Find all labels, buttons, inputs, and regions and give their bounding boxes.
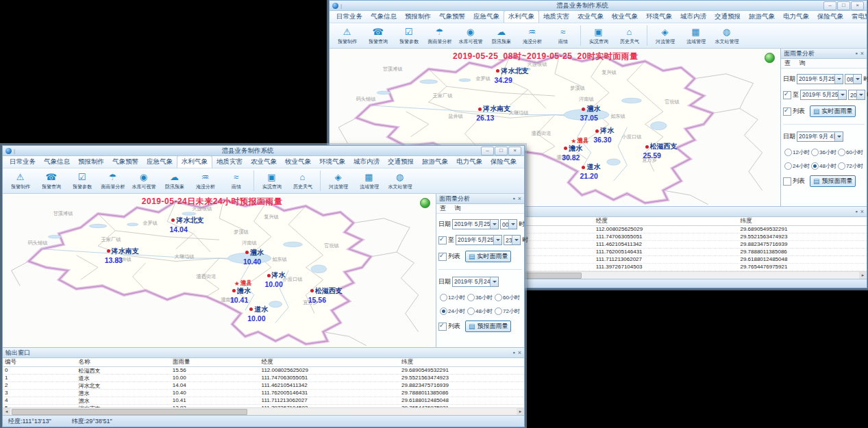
menu-tab-环境气象[interactable]: 环境气象 <box>315 156 349 168</box>
column-header[interactable]: 经度 <box>594 217 739 225</box>
menu-tab-水利气象[interactable]: 水利气象 <box>177 156 212 168</box>
forecast-rainfall-button[interactable]: ▤预报面雨量 <box>465 320 511 332</box>
live-date-select[interactable]: 2019年 5月25日 <box>452 219 499 229</box>
forecast-list-checkbox[interactable] <box>783 177 791 186</box>
table-row[interactable]: 4澹水10.41111.71121306202729.6188012485048 <box>3 397 524 405</box>
toolbar-button[interactable]: ◍水文站管理 <box>711 26 742 45</box>
to-checkbox[interactable] <box>783 91 791 99</box>
column-header[interactable]: 纬度 <box>399 358 524 366</box>
menu-tab-地质灾害[interactable]: 地质灾害 <box>212 156 247 168</box>
menu-tab-牧业气象[interactable]: 牧业气象 <box>608 11 642 23</box>
scroll-right-icon[interactable]: ▸ <box>517 408 524 415</box>
list-checkbox[interactable] <box>438 253 447 261</box>
toolbar-button[interactable]: ☎预警查询 <box>36 171 66 190</box>
menu-tab-电力气象[interactable]: 电力气象 <box>779 11 813 23</box>
menu-tab-预报制作[interactable]: 预报制作 <box>401 11 435 23</box>
toolbar-button[interactable]: ☑预警参数 <box>66 171 97 190</box>
close-button[interactable]: × <box>508 147 521 155</box>
scroll-left-icon[interactable]: ◂ <box>3 408 10 415</box>
toolbar-button[interactable]: ◉水库可视管 <box>455 26 486 45</box>
duration-radio-12小时[interactable]: 12小时 <box>784 149 811 156</box>
toolbar-button[interactable]: ☁防汛预案 <box>159 171 190 190</box>
menu-tab-预报制作[interactable]: 预报制作 <box>74 156 108 168</box>
menu-tab-农业气象[interactable]: 农业气象 <box>247 156 281 168</box>
forecast-list-checkbox[interactable] <box>438 323 447 331</box>
minimize-button[interactable]: – <box>481 147 494 155</box>
duration-radio-48小时[interactable]: 48小时 <box>811 162 838 170</box>
toolbar-button[interactable]: ☑预警参数 <box>393 26 424 45</box>
duration-radio-48小时[interactable]: 48小时 <box>467 307 495 315</box>
toolbar-button[interactable]: ⌂历史天气 <box>614 26 645 45</box>
live-rainfall-button[interactable]: ▤实时面雨量 <box>465 251 511 262</box>
table-row[interactable]: 1道水10.00111.74706305505129.5521563474923 <box>3 375 524 382</box>
toolbar-button[interactable]: ◈河流管理 <box>323 171 354 190</box>
horizontal-scrollbar[interactable]: ◂ ▸ <box>3 407 524 415</box>
toolbar-button[interactable]: ⌂历史天气 <box>287 171 318 190</box>
duration-radio-36小时[interactable]: 36小时 <box>467 294 495 301</box>
duration-radio-72小时[interactable]: 72小时 <box>495 307 522 315</box>
map-view[interactable]: 2019-05-24日未来24小时预报面雨量 甘溪滩镇码头铺镇王家厂镇金罗镇火连… <box>3 194 436 347</box>
menu-tab-旅游气象[interactable]: 旅游气象 <box>418 156 452 168</box>
menu-tab-环境气象[interactable]: 环境气象 <box>642 11 676 23</box>
toolbar-button[interactable]: ☂面雨量分析 <box>424 26 455 45</box>
menu-tab-应急气象[interactable]: 应急气象 <box>469 11 504 23</box>
duration-radio-12小时[interactable]: 12小时 <box>440 294 467 301</box>
menu-tab-气象信息[interactable]: 气象信息 <box>40 156 74 168</box>
forecast-rainfall-button[interactable]: ▤预报面雨量 <box>810 175 856 187</box>
scroll-right-icon[interactable]: ▸ <box>859 272 867 279</box>
live-from-hour-select[interactable]: 08 <box>845 74 862 84</box>
live-date-select[interactable]: 2019年 5月25日 <box>797 74 843 84</box>
toolbar-button[interactable]: ♒淹没分析 <box>190 171 221 190</box>
toolbar-button[interactable]: ☁防汛预案 <box>486 26 517 45</box>
menu-tab-雷电预报[interactable]: 雷电预报 <box>521 156 524 168</box>
toolbar-button[interactable]: ◉水库可视管 <box>128 171 159 190</box>
panel-close-icon[interactable]: × <box>860 208 864 215</box>
column-header[interactable]: 纬度 <box>738 217 867 225</box>
pin-icon[interactable]: ▪ <box>856 50 858 57</box>
titlebar[interactable]: | 澧县业务制作系统 – □ × <box>330 1 867 11</box>
menu-tab-牧业气象[interactable]: 牧业气象 <box>281 156 315 168</box>
menu-tab-城市内涝[interactable]: 城市内涝 <box>349 156 384 168</box>
list-checkbox[interactable] <box>783 108 791 116</box>
menu-tab-日常业务[interactable]: 日常业务 <box>332 11 367 23</box>
column-header[interactable]: 编号 <box>3 358 76 366</box>
menu-tab-农业气象[interactable]: 农业气象 <box>573 11 608 23</box>
duration-radio-24小时[interactable]: 24小时 <box>440 307 467 315</box>
menu-tab-应急气象[interactable]: 应急气象 <box>142 156 177 168</box>
live-rainfall-button[interactable]: ▤实时面雨量 <box>810 105 856 117</box>
live-to-date-select[interactable]: 2019年 5月25日 <box>800 90 847 100</box>
toolbar-button[interactable]: ≈雨情 <box>221 171 251 190</box>
column-header[interactable]: 经度 <box>260 358 399 366</box>
map-locate-button[interactable] <box>765 53 775 63</box>
live-to-hour-select[interactable]: 23 <box>504 235 521 245</box>
toolbar-button[interactable]: ☂面雨量分析 <box>97 171 128 190</box>
map-locate-button[interactable] <box>420 198 430 208</box>
pin-icon[interactable]: ▪ <box>856 208 858 215</box>
menu-tab-雷电预报[interactable]: 雷电预报 <box>847 11 867 23</box>
pin-icon[interactable]: ▪ <box>513 195 515 202</box>
live-to-date-select[interactable]: 2019年 5月25日 <box>456 235 502 245</box>
column-header[interactable]: 名称 <box>76 358 170 366</box>
toolbar-button[interactable]: ◈河流管理 <box>649 26 680 45</box>
live-from-hour-select[interactable]: 00 <box>500 219 517 229</box>
panel-close-icon[interactable]: × <box>518 195 521 202</box>
menu-tab-保险气象[interactable]: 保险气象 <box>486 156 521 168</box>
toolbar-button[interactable]: ☎预警查询 <box>362 26 393 45</box>
menu-tab-城市内涝[interactable]: 城市内涝 <box>676 11 710 23</box>
scrollbar-thumb[interactable] <box>12 409 247 415</box>
toolbar-button[interactable]: ▦流域管理 <box>680 26 711 45</box>
pin-icon[interactable]: ▪ <box>513 349 515 356</box>
menu-tab-日常业务[interactable]: 日常业务 <box>5 156 40 168</box>
menu-tab-交通预报[interactable]: 交通预报 <box>384 156 418 168</box>
toolbar-button[interactable]: ▣实况查询 <box>256 171 287 190</box>
duration-radio-60小时[interactable]: 60小时 <box>495 294 522 301</box>
panel-close-icon[interactable]: × <box>518 349 521 356</box>
titlebar[interactable]: | 澧县业务制作系统 – □ × <box>3 146 524 156</box>
toolbar-button[interactable]: ▣实况查询 <box>583 26 614 45</box>
menu-tab-地质灾害[interactable]: 地质灾害 <box>539 11 573 23</box>
live-to-hour-select[interactable]: 20 <box>848 90 865 100</box>
menu-tab-交通预报[interactable]: 交通预报 <box>710 11 745 23</box>
toolbar-button[interactable]: ≈雨情 <box>547 26 578 45</box>
toolbar-button[interactable]: ◍水文站管理 <box>384 171 415 190</box>
menu-tab-电力气象[interactable]: 电力气象 <box>452 156 486 168</box>
